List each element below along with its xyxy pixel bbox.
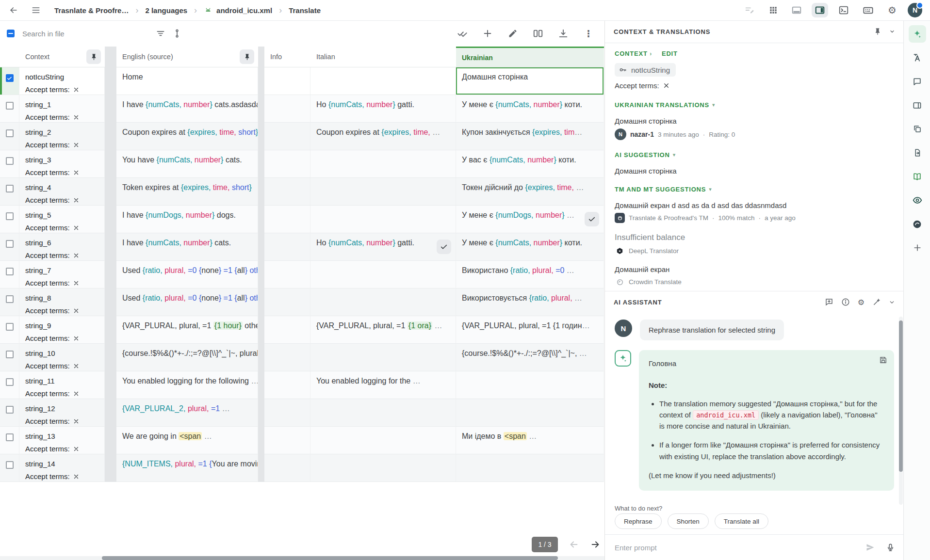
- translation-cell-italian[interactable]: [310, 150, 456, 178]
- translation-cell-ukrainian[interactable]: [456, 371, 604, 399]
- tm-suggestion[interactable]: Домашній екран d asd as da d asd das dda…: [615, 201, 894, 223]
- author-avatar[interactable]: N: [615, 128, 626, 140]
- translation-cell-ukrainian[interactable]: У мене є {numCats, number} коти.: [456, 233, 604, 261]
- column-gap[interactable]: [105, 47, 116, 67]
- settings-gear-icon[interactable]: ⚙: [883, 1, 901, 19]
- tm-mt-heading[interactable]: TM AND MT SUGGESTIONS ▾: [615, 186, 894, 193]
- source-cell-english[interactable]: Used {ratio, plural, =0 {none} =1 {all} …: [116, 288, 258, 316]
- ai-chat-history[interactable]: N Rephrase translation for selected stri…: [605, 313, 898, 511]
- row-checkbox[interactable]: [6, 323, 14, 331]
- context-cell[interactable]: string_2Accept terms:: [19, 123, 105, 150]
- menu-icon[interactable]: [27, 1, 45, 19]
- row-checkbox[interactable]: [6, 185, 14, 192]
- translation-cell-italian[interactable]: Ho {numCats, number} gatti.: [310, 95, 456, 123]
- info-cell[interactable]: [264, 67, 310, 95]
- context-cell[interactable]: string_1Accept terms:: [19, 95, 105, 123]
- user-avatar[interactable]: N: [908, 3, 922, 17]
- context-cell[interactable]: string_13Accept terms:: [19, 427, 105, 454]
- row-select-cell[interactable]: [0, 344, 19, 371]
- row-select-cell[interactable]: [0, 123, 19, 150]
- translation-cell-ukrainian[interactable]: {course.!$%&()*+-./:;=?@[\\]^_`|~, …: [456, 344, 604, 371]
- register-context-icon[interactable]: [741, 1, 758, 19]
- translation-cell-italian[interactable]: [310, 399, 456, 427]
- translation-cell-ukrainian[interactable]: Купон закінчується {expires, tim…: [456, 123, 604, 150]
- approve-all-icon[interactable]: [454, 25, 471, 42]
- panel-menu-caret-icon[interactable]: [889, 29, 895, 34]
- search-input[interactable]: [21, 29, 135, 38]
- translation-cell-ukrainian[interactable]: {VAR_PLURAL, plural, =1 {1 годин…: [456, 316, 604, 344]
- info-cell[interactable]: [264, 123, 310, 150]
- translation-cell-ukrainian[interactable]: Використовується {ratio, plural, …: [456, 288, 604, 316]
- row-checkbox[interactable]: [6, 378, 14, 386]
- translation-cell-ukrainian[interactable]: [456, 454, 604, 482]
- microphone-icon[interactable]: [886, 543, 895, 552]
- info-cell[interactable]: [264, 316, 310, 344]
- translation-cell-ukrainian[interactable]: Використано {ratio, plural, =0 …: [456, 261, 604, 288]
- source-cell-english[interactable]: I have {numCats, number} cats.: [116, 233, 258, 261]
- translation-cell-italian[interactable]: {VAR_PLURAL, plural, =1 {1 ora} …: [310, 316, 456, 344]
- context-cell[interactable]: string_4Accept terms:: [19, 178, 105, 206]
- translation-cell-ukrainian[interactable]: У мене є {numCats, number} коти.: [456, 95, 604, 123]
- translation-cell-italian[interactable]: [310, 206, 456, 233]
- copy-icon[interactable]: [909, 120, 926, 138]
- translation-cell-italian[interactable]: [310, 261, 456, 288]
- info-cell[interactable]: [264, 288, 310, 316]
- row-select-cell[interactable]: [0, 67, 19, 95]
- context-cell[interactable]: notIcuStringAccept terms:: [19, 67, 105, 95]
- context-cell[interactable]: string_12Accept terms:: [19, 399, 105, 427]
- context-cell[interactable]: string_6Accept terms:: [19, 233, 105, 261]
- info-cell[interactable]: [264, 454, 310, 482]
- back-icon[interactable]: [5, 1, 22, 19]
- source-cell-english[interactable]: {NUM_ITEMS, plural, =1 {You are moving …: [116, 454, 258, 482]
- translations-heading[interactable]: UKRAINIAN TRANSLATIONS ▾: [615, 101, 894, 109]
- page-indicator[interactable]: 1 / 3: [532, 537, 558, 552]
- translation-cell-italian[interactable]: [310, 178, 456, 206]
- integrations-icon[interactable]: [909, 215, 926, 233]
- row-checkbox[interactable]: [6, 268, 14, 275]
- filter-icon[interactable]: [152, 25, 169, 42]
- info-cell[interactable]: [264, 95, 310, 123]
- breadcrumb-mode[interactable]: Translate: [289, 6, 321, 15]
- column-header-italian[interactable]: Italian: [310, 47, 456, 67]
- translation-cell-ukrainian[interactable]: Токен дійсний до {expires, time, …: [456, 178, 604, 206]
- context-cell[interactable]: string_3Accept terms:: [19, 150, 105, 178]
- info-cell[interactable]: [264, 371, 310, 399]
- wand-icon[interactable]: [872, 298, 881, 306]
- translation-text[interactable]: Домашня сторінка: [615, 117, 894, 125]
- translation-cell-italian[interactable]: [310, 288, 456, 316]
- author-name[interactable]: nazar-1: [630, 130, 654, 138]
- translation-cell-ukrainian[interactable]: [456, 399, 604, 427]
- translate-all-button[interactable]: Translate all: [715, 513, 768, 529]
- collapse-caret-icon[interactable]: [889, 299, 895, 305]
- row-select-cell[interactable]: [0, 206, 19, 233]
- edit-string-icon[interactable]: [505, 25, 521, 42]
- grid-view-icon[interactable]: [765, 3, 782, 17]
- context-link[interactable]: CONTEXT ›: [615, 50, 652, 57]
- row-checkbox[interactable]: [6, 433, 14, 441]
- file-export-icon[interactable]: [909, 144, 926, 161]
- source-cell-english[interactable]: {VAR_PLURAL_2, plural, =1 …: [116, 399, 258, 427]
- console-icon[interactable]: [835, 1, 852, 19]
- translation-cell-italian[interactable]: [310, 344, 456, 371]
- row-checkbox[interactable]: [6, 406, 14, 414]
- info-icon[interactable]: [841, 298, 850, 306]
- translation-cell-italian[interactable]: [310, 454, 456, 482]
- edit-link[interactable]: EDIT: [662, 50, 678, 57]
- breadcrumb-project[interactable]: Trasnlate & Proofre…: [54, 6, 129, 15]
- preview-eye-icon[interactable]: [909, 192, 926, 209]
- source-cell-english[interactable]: I have {numCats, number} cats.asdasdasd: [116, 95, 258, 123]
- breadcrumb-languages[interactable]: 2 languages: [145, 6, 187, 15]
- new-chat-icon[interactable]: [825, 298, 833, 306]
- display-options-icon[interactable]: [169, 25, 185, 42]
- info-cell[interactable]: [264, 150, 310, 178]
- column-header-info[interactable]: Info: [264, 47, 310, 67]
- row-checkbox[interactable]: [6, 351, 14, 358]
- row-checkbox[interactable]: [6, 212, 14, 220]
- horizontal-scrollbar[interactable]: [0, 556, 604, 560]
- add-tool-icon[interactable]: [909, 239, 926, 256]
- scrollbar-thumb[interactable]: [102, 556, 558, 560]
- source-cell-english[interactable]: {course.!$%&()*+-./:;=?@[\\]^_`|~, plura…: [116, 344, 258, 371]
- translation-cell-ukrainian[interactable]: У мене є {numDogs, number} …: [456, 206, 604, 233]
- save-suggestion-icon[interactable]: [879, 356, 887, 364]
- column-header-ukrainian[interactable]: Ukrainian: [456, 47, 604, 67]
